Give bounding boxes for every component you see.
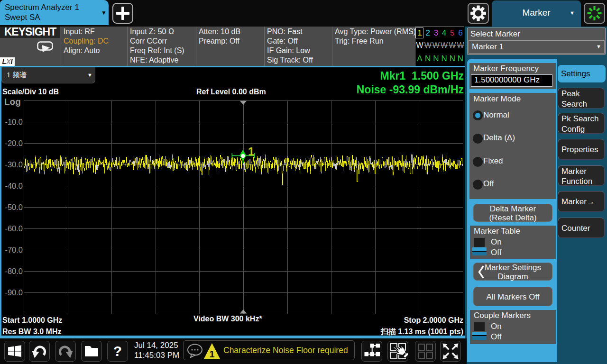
svg-text:1: 1 [248, 145, 254, 158]
svg-text:1: 1 [209, 349, 214, 359]
